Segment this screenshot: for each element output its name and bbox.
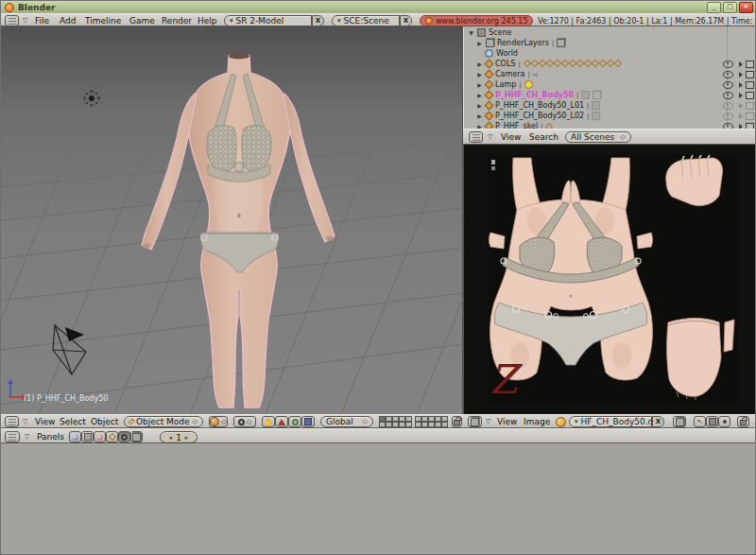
- image-unlink-button[interactable]: X: [652, 416, 664, 427]
- editor-type-button[interactable]: [469, 131, 483, 143]
- viewport-3d[interactable]: (1) P_HHF_CH_Body50: [1, 26, 463, 414]
- context-script-button[interactable]: [81, 431, 94, 442]
- manipulator-hand-toggle[interactable]: ✋: [262, 416, 275, 427]
- renderability-toggle-icon[interactable]: [746, 81, 754, 89]
- expand-icon[interactable]: ▶: [476, 92, 483, 98]
- outliner-row-world[interactable]: World: [464, 48, 756, 59]
- outliner-label[interactable]: World: [496, 49, 518, 58]
- screen-delete-button[interactable]: X: [312, 15, 324, 26]
- frame-number-field[interactable]: ◂ 1 ▸: [160, 431, 198, 443]
- model-body[interactable]: [142, 54, 335, 408]
- header-collapse-icon[interactable]: ▽: [23, 17, 27, 25]
- context-editing-button[interactable]: [118, 431, 130, 442]
- visibility-toggle-icon[interactable]: [723, 113, 733, 120]
- scene-selector[interactable]: ▾ SCE:Scene: [332, 15, 400, 26]
- renderability-toggle-icon[interactable]: [746, 102, 754, 110]
- outliner-row-renderlayers[interactable]: ▶ RenderLayers |: [464, 38, 756, 48]
- menu-help[interactable]: Help: [198, 16, 217, 26]
- layer-buttons-group2[interactable]: [415, 416, 448, 427]
- layer-buttons-group1[interactable]: [379, 416, 412, 427]
- outliner-label[interactable]: P_HHF_skel: [495, 122, 538, 129]
- outliner-menu-view[interactable]: View: [501, 132, 521, 142]
- expand-icon[interactable]: ▶: [476, 61, 483, 67]
- manipulator-rotate-toggle[interactable]: [288, 416, 301, 427]
- header-collapse-icon[interactable]: ▽: [486, 418, 490, 425]
- visibility-toggle-icon[interactable]: [723, 102, 733, 110]
- header-collapse-icon[interactable]: ▽: [488, 133, 492, 141]
- pivot-dropdown[interactable]: ◇: [233, 416, 256, 427]
- editor-type-button[interactable]: [5, 416, 19, 427]
- menu-timeline[interactable]: Timeline: [85, 16, 121, 26]
- selectability-toggle-icon[interactable]: [739, 113, 743, 119]
- outliner-menu-search[interactable]: Search: [529, 132, 558, 142]
- manipulator-scale-toggle[interactable]: [301, 416, 315, 427]
- menu-add[interactable]: Add: [60, 16, 76, 26]
- orientation-dropdown[interactable]: Global ◇: [320, 416, 373, 427]
- image-name-field[interactable]: ▾ HF_CH_Body50.dds: [569, 416, 652, 427]
- context-scene-button[interactable]: [130, 431, 143, 442]
- increment-icon[interactable]: ▸: [185, 434, 189, 442]
- selectability-toggle-icon[interactable]: [739, 93, 743, 98]
- uv-pivot-button[interactable]: [718, 416, 730, 427]
- screen-selector[interactable]: ▾ SR 2-Model: [224, 15, 312, 26]
- visibility-toggle-icon[interactable]: [723, 81, 733, 89]
- outliner-row-scene[interactable]: ▼ Scene: [464, 27, 756, 38]
- outliner-row-skel[interactable]: ▶ P_HHF_skel |: [464, 121, 756, 129]
- outliner-label[interactable]: P_HHF_CH_Body50_L01: [495, 101, 584, 110]
- outliner-label[interactable]: RenderLayers: [497, 39, 549, 47]
- menu-render[interactable]: Render: [162, 16, 192, 26]
- outliner[interactable]: ▼ Scene ▶ RenderLayers | World ▶ COLS | …: [463, 26, 756, 129]
- outliner-row-cols[interactable]: ▶ COLS |: [464, 59, 756, 69]
- outliner-label[interactable]: Camera: [495, 70, 524, 78]
- uv-sync-toggle[interactable]: [706, 416, 718, 427]
- outliner-row-body50[interactable]: ▶ P_HHF_CH_Body50 |: [464, 90, 756, 100]
- lamp-object[interactable]: [83, 90, 100, 107]
- renderability-toggle-icon[interactable]: [746, 71, 754, 78]
- outliner-row-camera[interactable]: ▶ Camera | ◅: [464, 69, 756, 79]
- outliner-row-body50-l02[interactable]: ▶ P_HHF_CH_Body50_L02 |: [464, 111, 756, 121]
- expand-icon[interactable]: ▶: [476, 102, 483, 109]
- outliner-label[interactable]: P_HHF_CH_Body50_L02: [495, 112, 584, 120]
- expand-icon[interactable]: ▶: [476, 71, 483, 78]
- selectability-toggle-icon[interactable]: [739, 61, 743, 67]
- viewport-menu-select[interactable]: Select: [60, 417, 86, 426]
- scene-delete-button[interactable]: X: [400, 15, 412, 26]
- selectability-toggle-icon[interactable]: [739, 72, 743, 78]
- header-collapse-icon[interactable]: ▽: [25, 433, 29, 441]
- lock-layers-toggle[interactable]: [452, 416, 462, 427]
- expand-icon[interactable]: ▶: [476, 113, 483, 119]
- expand-icon[interactable]: ▶: [476, 81, 483, 88]
- menu-game[interactable]: Game: [129, 16, 155, 26]
- window-type-button[interactable]: [5, 15, 19, 26]
- outliner-label-selected[interactable]: P_HHF_CH_Body50: [495, 91, 574, 99]
- context-logic-button[interactable]: [69, 431, 81, 442]
- outliner-label[interactable]: Scene: [489, 28, 511, 37]
- renderability-toggle-icon[interactable]: [746, 113, 754, 120]
- expand-icon[interactable]: ▼: [468, 29, 474, 36]
- outliner-label[interactable]: Lamp: [495, 80, 516, 89]
- context-object-button[interactable]: [106, 431, 118, 442]
- renderability-toggle-icon[interactable]: [746, 61, 754, 68]
- decrement-icon[interactable]: ◂: [169, 434, 173, 442]
- viewport-menu-object[interactable]: Object: [91, 417, 118, 426]
- minimize-button[interactable]: _: [707, 2, 721, 13]
- uv-menu-view[interactable]: View: [497, 417, 517, 426]
- pin-icon[interactable]: [556, 417, 566, 427]
- menu-file[interactable]: File: [35, 16, 49, 26]
- selectability-toggle-icon[interactable]: [739, 82, 743, 88]
- outliner-label[interactable]: COLS: [495, 60, 515, 68]
- outliner-filter-dropdown[interactable]: All Scenes ◇: [565, 131, 631, 143]
- uv-lock-toggle[interactable]: [737, 416, 749, 427]
- mode-dropdown[interactable]: Object Mode ◇: [124, 416, 203, 427]
- close-button[interactable]: ✕: [739, 2, 753, 13]
- uv-menu-image[interactable]: Image: [524, 417, 550, 426]
- new-image-button[interactable]: [673, 416, 686, 427]
- editor-type-button[interactable]: [468, 416, 482, 427]
- manipulator-translate-toggle[interactable]: [275, 416, 288, 427]
- panels-menu[interactable]: Panels: [37, 432, 64, 442]
- viewport-menu-view[interactable]: View: [35, 417, 55, 426]
- uv-transform-button[interactable]: ↖: [694, 416, 706, 427]
- outliner-row-lamp[interactable]: ▶ Lamp |: [464, 79, 756, 90]
- header-collapse-icon[interactable]: ▽: [23, 418, 27, 425]
- selectability-toggle-icon[interactable]: [739, 103, 743, 109]
